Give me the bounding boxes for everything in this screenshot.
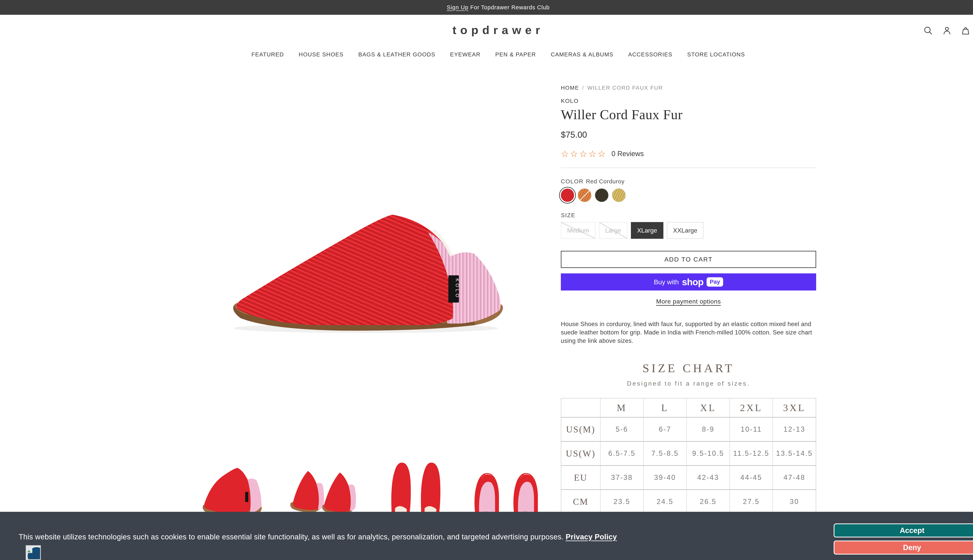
nav-accessories[interactable]: ACCESSORIES bbox=[628, 51, 672, 58]
shop-pay-button[interactable]: Buy with shop Pay bbox=[561, 273, 816, 290]
size-option-xlarge[interactable]: XLarge bbox=[631, 222, 664, 239]
cookie-banner: This website utilizes technologies such … bbox=[0, 512, 973, 560]
color-value: Red Corduroy bbox=[586, 178, 625, 185]
signup-link[interactable]: Sign Up bbox=[447, 4, 468, 10]
header-cell-blank bbox=[561, 398, 600, 417]
deny-button[interactable]: Deny bbox=[834, 540, 973, 555]
swatch-red-corduroy[interactable] bbox=[561, 188, 574, 202]
thumbnail-top-view[interactable] bbox=[384, 459, 448, 520]
more-payment-options-link[interactable]: More payment options bbox=[656, 298, 721, 305]
breadcrumb: HOME/WILLER CORD FAUX FUR bbox=[561, 85, 816, 91]
promo-text: Sign Up For Topdrawer Rewards Club bbox=[447, 4, 550, 11]
privacy-policy-link[interactable]: Privacy Policy bbox=[566, 533, 617, 541]
row-label: EU bbox=[561, 465, 600, 490]
product-price: $75.00 bbox=[561, 130, 816, 140]
breadcrumb-current: WILLER CORD FAUX FUR bbox=[587, 85, 663, 91]
cell: 6.5-7.5 bbox=[600, 442, 644, 465]
size-option-xxlarge[interactable]: XXLarge bbox=[667, 222, 704, 239]
cell: 47-48 bbox=[773, 465, 816, 490]
main-nav: FEATURED HOUSE SHOES BAGS & LEATHER GOOD… bbox=[0, 51, 973, 58]
cell: 39-40 bbox=[644, 465, 687, 490]
star-icon: ☆ bbox=[598, 149, 607, 159]
size-option-medium[interactable]: Medium bbox=[561, 222, 595, 239]
star-icon: ☆ bbox=[570, 149, 579, 159]
cell: 8-9 bbox=[687, 417, 730, 442]
cell: 26.5 bbox=[687, 490, 730, 514]
add-to-cart-button[interactable]: ADD TO CART bbox=[561, 251, 816, 268]
cell: 24.5 bbox=[644, 490, 687, 514]
cell: 11.5-12.5 bbox=[730, 442, 773, 465]
size-option-large[interactable]: Large bbox=[599, 222, 627, 239]
site-logo[interactable]: topdrawer bbox=[0, 23, 973, 37]
cell: 7.5-8.5 bbox=[644, 442, 687, 465]
color-label: COLOR bbox=[561, 178, 583, 185]
accept-button[interactable]: Accept bbox=[834, 523, 973, 537]
breadcrumb-separator: / bbox=[582, 85, 584, 91]
more-payment-options-row: More payment options bbox=[561, 298, 816, 305]
reviews-row[interactable]: ☆☆☆☆☆ 0 Reviews bbox=[561, 149, 816, 158]
cell: 27.5 bbox=[730, 490, 773, 514]
nav-house-shoes[interactable]: HOUSE SHOES bbox=[299, 51, 343, 58]
divider bbox=[561, 168, 816, 168]
shop-logo: shop bbox=[682, 277, 704, 287]
size-options: Medium Large XLarge XXLarge bbox=[561, 222, 816, 239]
nav-cameras-albums[interactable]: CAMERAS & ALBUMS bbox=[551, 51, 614, 58]
header-icons bbox=[923, 26, 971, 36]
product-page: Sign Up For Topdrawer Rewards Club topdr… bbox=[0, 0, 973, 560]
size-chart-section: SIZE CHART Designed to fit a range of si… bbox=[561, 361, 816, 514]
thumbnail-back-view[interactable] bbox=[470, 459, 544, 520]
accessibility-widget-icon[interactable] bbox=[26, 545, 41, 560]
star-icon: ☆ bbox=[588, 149, 598, 159]
cell: 9.5-10.5 bbox=[687, 442, 730, 465]
site-header: topdrawer FEATURED HOUSE SHOES BAGS & LE… bbox=[0, 15, 973, 73]
header-cell-3xl: 3XL bbox=[773, 398, 816, 417]
svg-text:KOLO: KOLO bbox=[455, 278, 460, 299]
promo-bar: Sign Up For Topdrawer Rewards Club bbox=[0, 0, 973, 15]
cell: 12-13 bbox=[773, 417, 816, 442]
header-cell-m: M bbox=[600, 398, 644, 417]
thumbnail-pair-view[interactable] bbox=[285, 459, 360, 518]
product-details: HOME/WILLER CORD FAUX FUR KOLO Willer Co… bbox=[561, 85, 816, 514]
cell: 37-38 bbox=[600, 465, 644, 490]
table-row-cm: CM 23.5 24.5 26.5 27.5 30 bbox=[561, 490, 816, 514]
product-description: House Shoes in corduroy, lined with faux… bbox=[561, 320, 816, 345]
reviews-count: 0 Reviews bbox=[612, 150, 644, 158]
thumbnail-side-view[interactable] bbox=[196, 459, 268, 518]
size-label: SIZE bbox=[561, 212, 816, 218]
swatch-gold-corduroy[interactable] bbox=[612, 188, 625, 202]
account-icon[interactable] bbox=[942, 26, 952, 36]
header-cell-l: L bbox=[644, 398, 687, 417]
size-chart-table: M L XL 2XL 3XL US(M) 5-6 6-7 8-9 10-11 1 bbox=[561, 398, 816, 514]
table-row-us-w: US(W) 6.5-7.5 7.5-8.5 9.5-10.5 11.5-12.5… bbox=[561, 442, 816, 465]
pay-badge: Pay bbox=[707, 277, 723, 287]
row-label: US(W) bbox=[561, 442, 600, 465]
cart-icon[interactable] bbox=[961, 26, 971, 36]
size-chart-subtitle: Designed to fit a range of sizes. bbox=[561, 380, 816, 387]
cell: 23.5 bbox=[600, 490, 644, 514]
nav-eyewear[interactable]: EYEWEAR bbox=[450, 51, 480, 58]
cookie-message-text: This website utilizes technologies such … bbox=[19, 533, 566, 541]
cell: 44-45 bbox=[730, 465, 773, 490]
search-icon[interactable] bbox=[923, 26, 933, 36]
cell: 42-43 bbox=[687, 465, 730, 490]
header-cell-2xl: 2XL bbox=[730, 398, 773, 417]
swatch-orange-corduroy[interactable] bbox=[578, 188, 591, 202]
breadcrumb-home[interactable]: HOME bbox=[561, 85, 579, 91]
star-icon: ☆ bbox=[561, 149, 570, 159]
swatch-black-corduroy[interactable] bbox=[595, 188, 609, 202]
brand-name[interactable]: KOLO bbox=[561, 98, 816, 104]
star-icon: ☆ bbox=[579, 149, 588, 159]
cell: 30 bbox=[773, 490, 816, 514]
nav-store-locations[interactable]: STORE LOCATIONS bbox=[687, 51, 745, 58]
nav-bags-leather-goods[interactable]: BAGS & LEATHER GOODS bbox=[358, 51, 435, 58]
row-label: CM bbox=[561, 490, 600, 514]
table-row-us-m: US(M) 5-6 6-7 8-9 10-11 12-13 bbox=[561, 417, 816, 442]
nav-pen-paper[interactable]: PEN & PAPER bbox=[495, 51, 536, 58]
size-chart-title: SIZE CHART bbox=[561, 361, 816, 375]
nav-featured[interactable]: FEATURED bbox=[251, 51, 284, 58]
cell: 13.5-14.5 bbox=[773, 442, 816, 465]
header-cell-xl: XL bbox=[687, 398, 730, 417]
color-label-row: COLORRed Corduroy bbox=[561, 178, 816, 185]
product-photo-main: KOLO bbox=[210, 210, 522, 334]
size-chart-header-row: M L XL 2XL 3XL bbox=[561, 398, 816, 417]
